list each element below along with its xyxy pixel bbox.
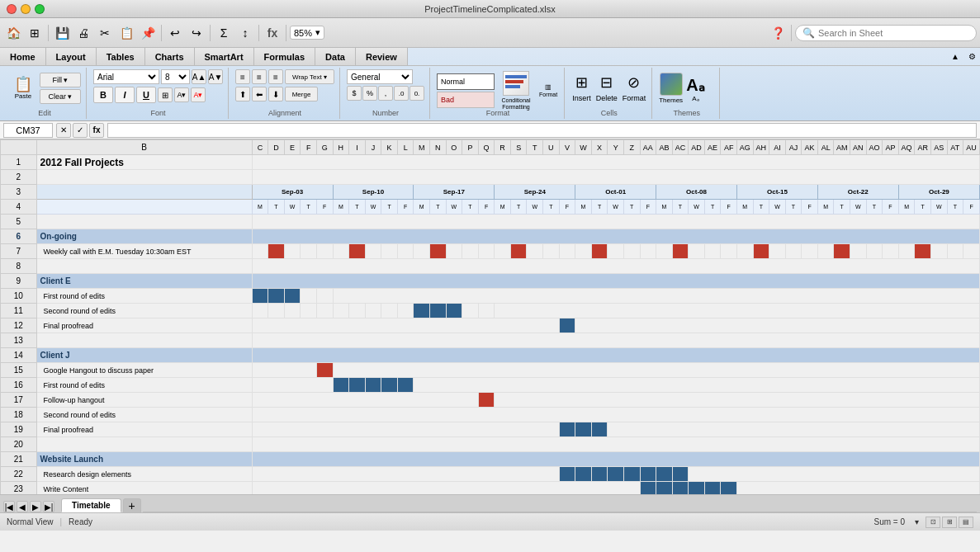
align-top-btn[interactable]: ⬆ bbox=[235, 87, 250, 101]
sheet-add-btn[interactable]: + bbox=[123, 498, 141, 512]
row-23-col-b[interactable]: Write Content bbox=[36, 482, 252, 495]
col-af-header[interactable]: AF bbox=[721, 140, 737, 155]
font-increase-btn[interactable]: A▲ bbox=[192, 69, 206, 84]
r11c9[interactable] bbox=[381, 304, 398, 318]
r23c25[interactable] bbox=[640, 482, 656, 495]
col-d-header[interactable]: D bbox=[268, 140, 285, 155]
row-2-col-b[interactable] bbox=[36, 170, 252, 185]
r7c13[interactable] bbox=[446, 244, 462, 259]
themes-button[interactable]: Themes bbox=[659, 73, 683, 104]
r7c41[interactable] bbox=[898, 244, 915, 259]
format-styles-btn[interactable]: ▥ Format bbox=[537, 82, 559, 99]
r7c24[interactable] bbox=[623, 244, 640, 259]
sheet-scroll[interactable]: B C D E F G H I J K L M N O P Q R bbox=[0, 139, 980, 494]
r10c3[interactable] bbox=[284, 289, 301, 304]
row-12-col-b[interactable]: Final proofread bbox=[36, 318, 252, 333]
toolbar-copy-icon[interactable]: 📋 bbox=[116, 23, 136, 43]
r22c23[interactable] bbox=[608, 467, 624, 482]
r7c17[interactable] bbox=[510, 244, 527, 259]
r12c20[interactable] bbox=[559, 318, 575, 333]
r7c29[interactable] bbox=[704, 244, 721, 259]
col-ah-header[interactable]: AH bbox=[753, 140, 769, 155]
row-5-col-b[interactable] bbox=[36, 215, 252, 229]
col-ap-header[interactable]: AP bbox=[883, 140, 899, 155]
r16c6[interactable] bbox=[333, 378, 349, 393]
r22c22[interactable] bbox=[591, 467, 608, 482]
r7c4[interactable] bbox=[301, 244, 317, 259]
sheet-nav-first[interactable]: |◀ bbox=[3, 501, 15, 512]
r10c5[interactable] bbox=[316, 289, 333, 304]
row-14-col-b[interactable]: Client J bbox=[36, 348, 252, 363]
row-17-col-b[interactable]: Follow-up hangout bbox=[36, 393, 252, 408]
row-4-header[interactable]: 4 bbox=[1, 200, 37, 215]
align-right-btn[interactable]: ≡ bbox=[268, 69, 283, 84]
r7c6[interactable] bbox=[333, 244, 349, 259]
r10c1[interactable] bbox=[252, 289, 268, 304]
toolbar-paste-icon[interactable]: 📌 bbox=[138, 23, 158, 43]
r11c13[interactable] bbox=[446, 304, 462, 318]
fill-color-btn[interactable]: A▾ bbox=[174, 87, 189, 102]
r7c5[interactable] bbox=[316, 244, 333, 259]
ribbon-options-icon[interactable]: ⚙ bbox=[963, 48, 980, 65]
r15c5[interactable] bbox=[316, 363, 333, 378]
col-f-header[interactable]: F bbox=[301, 140, 317, 155]
r7c20[interactable] bbox=[559, 244, 575, 259]
r11c4[interactable] bbox=[301, 304, 317, 318]
paste-button[interactable]: 📋 Paste bbox=[8, 74, 38, 102]
r11c5[interactable] bbox=[316, 304, 333, 318]
r22c20[interactable] bbox=[559, 467, 575, 482]
font-color-btn[interactable]: A▾ bbox=[191, 87, 206, 102]
r22c27[interactable] bbox=[672, 467, 689, 482]
r7c19[interactable] bbox=[543, 244, 560, 259]
r23c26[interactable] bbox=[656, 482, 673, 495]
r10c2[interactable] bbox=[268, 289, 285, 304]
border-btn[interactable]: ⊞ bbox=[158, 87, 173, 102]
row-19-col-b[interactable]: Final proofread bbox=[36, 422, 252, 437]
number-format-select[interactable]: General bbox=[347, 69, 413, 84]
font-name-select[interactable]: Arial bbox=[93, 69, 159, 84]
search-bar[interactable]: 🔍 bbox=[795, 25, 977, 41]
row-22-col-b[interactable]: Research design elements bbox=[36, 467, 252, 482]
col-k-header[interactable]: K bbox=[381, 140, 398, 155]
r11c2[interactable] bbox=[268, 304, 285, 318]
r7c1[interactable] bbox=[252, 244, 268, 259]
r11c3[interactable] bbox=[284, 304, 301, 318]
col-ak-header[interactable]: AK bbox=[802, 140, 818, 155]
font-theme-button[interactable]: Aₐ Aₐ bbox=[686, 75, 704, 102]
wrap-text-btn[interactable]: Wrap Text ▾ bbox=[285, 69, 334, 84]
tab-layout[interactable]: Layout bbox=[46, 48, 97, 65]
row-16-header[interactable]: 16 bbox=[1, 378, 37, 393]
col-at-header[interactable]: AT bbox=[947, 140, 963, 155]
tab-formulas[interactable]: Formulas bbox=[254, 48, 316, 65]
row-23-header[interactable]: 23 bbox=[1, 482, 37, 495]
tab-review[interactable]: Review bbox=[356, 48, 408, 65]
row-7-col-b[interactable]: Weekly call with E.M. Tuesday 10:30am ES… bbox=[36, 244, 252, 259]
normal-style-box[interactable]: Normal bbox=[437, 73, 495, 90]
delete-button[interactable]: Delete bbox=[595, 93, 618, 103]
toolbar-home-icon[interactable]: 🏠 bbox=[3, 23, 23, 43]
row-5-header[interactable]: 5 bbox=[1, 215, 37, 229]
col-s-header[interactable]: S bbox=[510, 140, 527, 155]
window-controls[interactable] bbox=[7, 4, 45, 14]
row-1-col-b[interactable]: 2012 Fall Projects bbox=[36, 155, 252, 170]
align-center-btn[interactable]: ≡ bbox=[252, 69, 267, 84]
r23c30[interactable] bbox=[721, 482, 737, 495]
col-q-header[interactable]: Q bbox=[478, 140, 495, 155]
r11c15[interactable] bbox=[478, 304, 495, 318]
r16c8[interactable] bbox=[365, 378, 381, 393]
formula-cancel-btn[interactable]: ✕ bbox=[56, 123, 71, 138]
bad-style-box[interactable]: Bad bbox=[437, 92, 495, 108]
r23c29[interactable] bbox=[704, 482, 721, 495]
italic-button[interactable]: I bbox=[115, 87, 135, 103]
col-m-header[interactable]: M bbox=[414, 140, 430, 155]
col-ao-header[interactable]: AO bbox=[866, 140, 883, 155]
row-7-header[interactable]: 7 bbox=[1, 244, 37, 259]
percent-btn[interactable]: % bbox=[362, 86, 377, 101]
r11c10[interactable] bbox=[397, 304, 414, 318]
r23c27[interactable] bbox=[672, 482, 689, 495]
r7c8[interactable] bbox=[365, 244, 381, 259]
col-aj-header[interactable]: AJ bbox=[785, 140, 802, 155]
row-6-header[interactable]: 6 bbox=[1, 229, 37, 244]
col-j-header[interactable]: J bbox=[365, 140, 381, 155]
comma-btn[interactable]: , bbox=[378, 86, 393, 101]
